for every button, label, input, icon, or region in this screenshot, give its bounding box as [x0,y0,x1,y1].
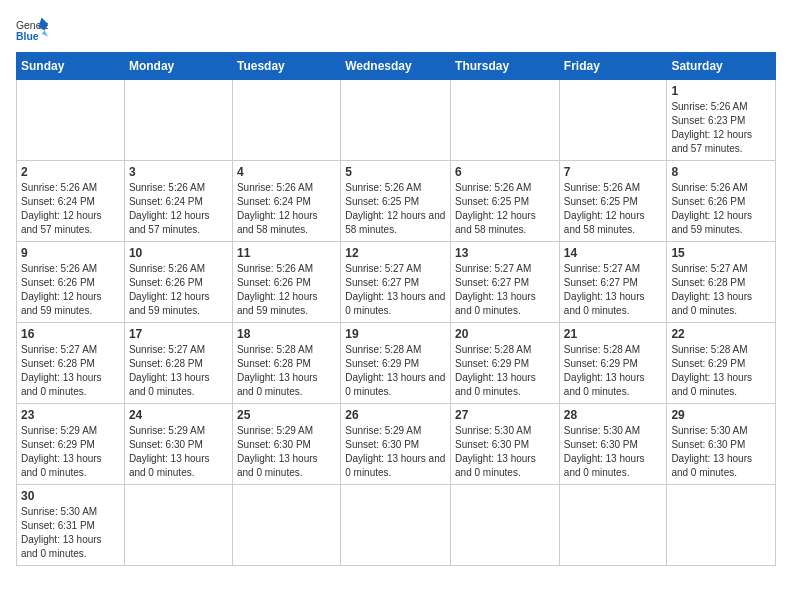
calendar-cell: 11Sunrise: 5:26 AM Sunset: 6:26 PM Dayli… [232,242,340,323]
weekday-header-thursday: Thursday [451,53,560,80]
day-number: 28 [564,408,663,422]
calendar-cell: 7Sunrise: 5:26 AM Sunset: 6:25 PM Daylig… [559,161,667,242]
calendar-cell [341,80,451,161]
calendar-cell: 2Sunrise: 5:26 AM Sunset: 6:24 PM Daylig… [17,161,125,242]
calendar-table: SundayMondayTuesdayWednesdayThursdayFrid… [16,52,776,566]
calendar-cell: 5Sunrise: 5:26 AM Sunset: 6:25 PM Daylig… [341,161,451,242]
day-info: Sunrise: 5:27 AM Sunset: 6:28 PM Dayligh… [671,262,771,318]
day-number: 18 [237,327,336,341]
day-number: 30 [21,489,120,503]
calendar-cell: 23Sunrise: 5:29 AM Sunset: 6:29 PM Dayli… [17,404,125,485]
day-number: 12 [345,246,446,260]
calendar-cell [124,485,232,566]
day-info: Sunrise: 5:30 AM Sunset: 6:30 PM Dayligh… [564,424,663,480]
day-number: 8 [671,165,771,179]
day-number: 4 [237,165,336,179]
day-number: 19 [345,327,446,341]
day-info: Sunrise: 5:26 AM Sunset: 6:24 PM Dayligh… [237,181,336,237]
day-number: 13 [455,246,555,260]
weekday-header-monday: Monday [124,53,232,80]
calendar-cell: 27Sunrise: 5:30 AM Sunset: 6:30 PM Dayli… [451,404,560,485]
calendar-cell: 29Sunrise: 5:30 AM Sunset: 6:30 PM Dayli… [667,404,776,485]
day-info: Sunrise: 5:26 AM Sunset: 6:25 PM Dayligh… [345,181,446,237]
day-info: Sunrise: 5:26 AM Sunset: 6:23 PM Dayligh… [671,100,771,156]
weekday-header-saturday: Saturday [667,53,776,80]
calendar-cell [559,80,667,161]
day-info: Sunrise: 5:27 AM Sunset: 6:28 PM Dayligh… [129,343,228,399]
day-info: Sunrise: 5:30 AM Sunset: 6:31 PM Dayligh… [21,505,120,561]
day-info: Sunrise: 5:28 AM Sunset: 6:28 PM Dayligh… [237,343,336,399]
day-info: Sunrise: 5:26 AM Sunset: 6:26 PM Dayligh… [129,262,228,318]
calendar-cell [451,485,560,566]
calendar-cell: 4Sunrise: 5:26 AM Sunset: 6:24 PM Daylig… [232,161,340,242]
calendar-week-row: 2Sunrise: 5:26 AM Sunset: 6:24 PM Daylig… [17,161,776,242]
day-info: Sunrise: 5:29 AM Sunset: 6:29 PM Dayligh… [21,424,120,480]
generalblue-logo-icon: General Blue [16,16,48,44]
day-info: Sunrise: 5:26 AM Sunset: 6:26 PM Dayligh… [237,262,336,318]
day-number: 3 [129,165,228,179]
day-info: Sunrise: 5:28 AM Sunset: 6:29 PM Dayligh… [455,343,555,399]
day-info: Sunrise: 5:26 AM Sunset: 6:24 PM Dayligh… [21,181,120,237]
day-number: 10 [129,246,228,260]
calendar-cell [667,485,776,566]
logo: General Blue [16,16,48,44]
calendar-cell: 16Sunrise: 5:27 AM Sunset: 6:28 PM Dayli… [17,323,125,404]
calendar-cell: 25Sunrise: 5:29 AM Sunset: 6:30 PM Dayli… [232,404,340,485]
day-info: Sunrise: 5:28 AM Sunset: 6:29 PM Dayligh… [671,343,771,399]
calendar-cell: 8Sunrise: 5:26 AM Sunset: 6:26 PM Daylig… [667,161,776,242]
day-number: 21 [564,327,663,341]
calendar-cell [232,80,340,161]
calendar-week-row: 16Sunrise: 5:27 AM Sunset: 6:28 PM Dayli… [17,323,776,404]
day-number: 5 [345,165,446,179]
calendar-cell: 26Sunrise: 5:29 AM Sunset: 6:30 PM Dayli… [341,404,451,485]
day-number: 14 [564,246,663,260]
calendar-cell [17,80,125,161]
calendar-week-row: 30Sunrise: 5:30 AM Sunset: 6:31 PM Dayli… [17,485,776,566]
calendar-cell: 6Sunrise: 5:26 AM Sunset: 6:25 PM Daylig… [451,161,560,242]
day-number: 29 [671,408,771,422]
calendar-cell [341,485,451,566]
calendar-cell: 12Sunrise: 5:27 AM Sunset: 6:27 PM Dayli… [341,242,451,323]
day-info: Sunrise: 5:27 AM Sunset: 6:27 PM Dayligh… [455,262,555,318]
weekday-header-friday: Friday [559,53,667,80]
calendar-week-row: 23Sunrise: 5:29 AM Sunset: 6:29 PM Dayli… [17,404,776,485]
calendar-cell [559,485,667,566]
calendar-cell: 1Sunrise: 5:26 AM Sunset: 6:23 PM Daylig… [667,80,776,161]
day-number: 17 [129,327,228,341]
day-info: Sunrise: 5:29 AM Sunset: 6:30 PM Dayligh… [237,424,336,480]
day-number: 27 [455,408,555,422]
day-number: 16 [21,327,120,341]
calendar-cell [124,80,232,161]
calendar-cell [451,80,560,161]
day-number: 26 [345,408,446,422]
calendar-cell: 17Sunrise: 5:27 AM Sunset: 6:28 PM Dayli… [124,323,232,404]
calendar-week-row: 1Sunrise: 5:26 AM Sunset: 6:23 PM Daylig… [17,80,776,161]
weekday-header-tuesday: Tuesday [232,53,340,80]
day-info: Sunrise: 5:30 AM Sunset: 6:30 PM Dayligh… [455,424,555,480]
weekday-header-row: SundayMondayTuesdayWednesdayThursdayFrid… [17,53,776,80]
day-info: Sunrise: 5:27 AM Sunset: 6:28 PM Dayligh… [21,343,120,399]
day-info: Sunrise: 5:26 AM Sunset: 6:24 PM Dayligh… [129,181,228,237]
calendar-cell: 19Sunrise: 5:28 AM Sunset: 6:29 PM Dayli… [341,323,451,404]
day-info: Sunrise: 5:28 AM Sunset: 6:29 PM Dayligh… [345,343,446,399]
day-number: 9 [21,246,120,260]
calendar-cell: 24Sunrise: 5:29 AM Sunset: 6:30 PM Dayli… [124,404,232,485]
day-number: 22 [671,327,771,341]
day-info: Sunrise: 5:29 AM Sunset: 6:30 PM Dayligh… [345,424,446,480]
calendar-cell: 21Sunrise: 5:28 AM Sunset: 6:29 PM Dayli… [559,323,667,404]
day-number: 20 [455,327,555,341]
day-number: 7 [564,165,663,179]
weekday-header-wednesday: Wednesday [341,53,451,80]
page-header: General Blue [16,16,776,44]
calendar-cell: 10Sunrise: 5:26 AM Sunset: 6:26 PM Dayli… [124,242,232,323]
weekday-header-sunday: Sunday [17,53,125,80]
day-info: Sunrise: 5:29 AM Sunset: 6:30 PM Dayligh… [129,424,228,480]
calendar-cell: 18Sunrise: 5:28 AM Sunset: 6:28 PM Dayli… [232,323,340,404]
calendar-cell: 3Sunrise: 5:26 AM Sunset: 6:24 PM Daylig… [124,161,232,242]
day-number: 6 [455,165,555,179]
day-number: 15 [671,246,771,260]
day-info: Sunrise: 5:26 AM Sunset: 6:26 PM Dayligh… [21,262,120,318]
calendar-week-row: 9Sunrise: 5:26 AM Sunset: 6:26 PM Daylig… [17,242,776,323]
calendar-cell [232,485,340,566]
day-info: Sunrise: 5:27 AM Sunset: 6:27 PM Dayligh… [345,262,446,318]
